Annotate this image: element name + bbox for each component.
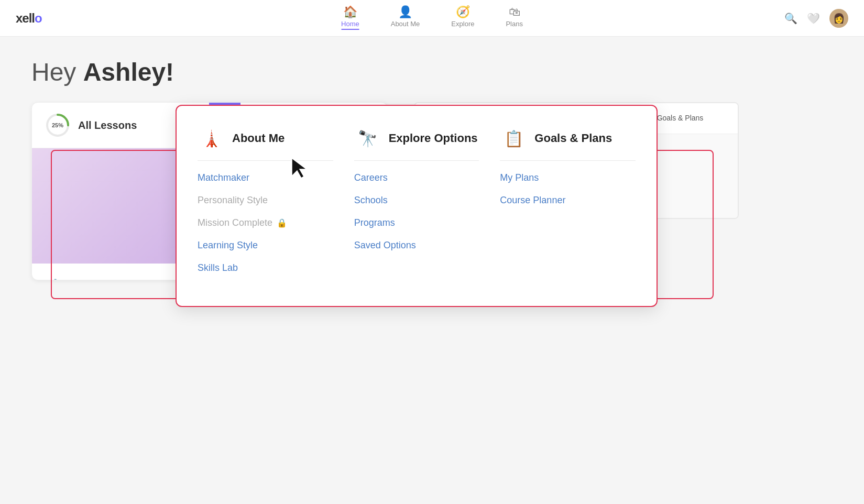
nav-item-home[interactable]: 🏠 Home [341, 6, 359, 30]
menu-link-saved-options[interactable]: Saved Options [354, 240, 479, 251]
menu-link-mission-complete[interactable]: Mission Complete 🔒 [198, 217, 333, 228]
lock-icon: 🔒 [277, 218, 287, 228]
compass-icon: 🧭 [456, 6, 470, 18]
goals-plans-icon: 📋 [500, 125, 527, 152]
mega-menu-columns: 🗼 About Me Matchmaker Personality Style … [198, 125, 636, 285]
menu-link-course-planner[interactable]: Course Planner [500, 195, 636, 206]
menu-link-my-plans[interactable]: My Plans [500, 172, 636, 183]
bag-icon: 🛍 [509, 6, 520, 18]
header-actions: 🔍 🤍 👩 [784, 9, 848, 28]
user-avatar[interactable]: 👩 [829, 9, 848, 28]
explore-options-icon: 🔭 [354, 125, 381, 152]
heart-icon[interactable]: 🤍 [807, 12, 820, 25]
nav-item-explore[interactable]: 🧭 Explore [451, 6, 474, 30]
app-header: xello 🏠 Home 👤 About Me 🧭 Explore 🛍 Plan… [0, 0, 864, 37]
progress-circle: 25% [45, 112, 71, 138]
menu-link-skills-lab[interactable]: Skills Lab [198, 262, 333, 273]
careers-icon: ⚙️ [45, 275, 65, 280]
menu-link-matchmaker[interactable]: Matchmaker [198, 172, 333, 183]
mega-col-goals: 📋 Goals & Plans My Plans Course Planner [489, 125, 636, 285]
menu-link-learning-style[interactable]: Learning Style [198, 240, 333, 251]
search-icon[interactable]: 🔍 [784, 12, 797, 25]
nav-item-plans[interactable]: 🛍 Plans [506, 6, 523, 30]
mega-menu: 🗼 About Me Matchmaker Personality Style … [176, 105, 658, 307]
main-nav: 🏠 Home 👤 About Me 🧭 Explore 🛍 Plans [341, 6, 523, 30]
mega-col-explore-header: 🔭 Explore Options [354, 125, 479, 161]
person-icon: 👤 [398, 6, 412, 18]
mega-col-about-me-header: 🗼 About Me [198, 125, 333, 161]
lessons-title: All Lessons [78, 119, 137, 132]
menu-link-personality-style[interactable]: Personality Style [198, 195, 333, 206]
about-me-icon: 🗼 [198, 125, 225, 152]
menu-link-programs[interactable]: Programs [354, 217, 479, 228]
nav-item-about-me[interactable]: 👤 About Me [391, 6, 420, 30]
progress-label: 25% [52, 122, 63, 128]
mega-col-explore: 🔭 Explore Options Careers Schools Progra… [344, 125, 490, 285]
mega-col-goals-header: 📋 Goals & Plans [500, 125, 636, 161]
greeting-text: Hey Ashley! [31, 58, 833, 86]
main-content: Hey Ashley! 25% All Lessons Grade 10 Pro [0, 37, 864, 301]
home-icon: 🏠 [343, 6, 357, 18]
menu-link-careers[interactable]: Careers [354, 172, 479, 183]
mega-col-about-me: 🗼 About Me Matchmaker Personality Style … [198, 125, 344, 285]
menu-link-schools[interactable]: Schools [354, 195, 479, 206]
app-logo[interactable]: xello [16, 11, 42, 26]
